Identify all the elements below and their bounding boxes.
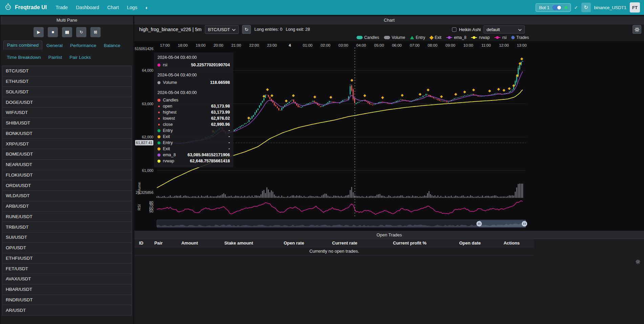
datazoom-handle-right[interactable]	[522, 221, 527, 227]
volume-legend-marker-icon	[384, 36, 390, 39]
pair-list-item[interactable]: BTC/USDT	[2, 66, 132, 76]
pair-list-item[interactable]: WLD/USDT	[2, 190, 132, 201]
volume-axis-title: Volume	[137, 182, 141, 195]
sidebar-tabs-row2: Time BreakdownPairlistPair Locks	[1, 53, 133, 62]
pair-list-item[interactable]: DOGE/USDT	[2, 97, 132, 108]
nav-item-chart[interactable]: Chart	[107, 5, 119, 10]
pair-list-item[interactable]: FLOKI/USDT	[2, 170, 132, 181]
pair-list-item[interactable]: SOL/USDT	[2, 87, 132, 97]
time-axis-label: 06:00	[392, 43, 402, 47]
tooltip-row: open63,173.98	[157, 103, 230, 109]
chart-panel-header[interactable]: Chart	[134, 16, 644, 24]
trades-col-current-profit-: Current profit %	[369, 240, 451, 246]
pair-list-item[interactable]: SHIB/USDT	[2, 118, 132, 129]
time-axis-label: 12:00	[499, 43, 509, 47]
bot-selector[interactable]: Bot 1	[536, 3, 571, 12]
long-exit-label: Long exit: 28	[286, 27, 310, 32]
pair-select[interactable]: BTC/USDT	[205, 25, 239, 34]
pair-list-item[interactable]: FET/USDT	[2, 263, 132, 274]
nav-item-logs[interactable]: Logs	[127, 5, 137, 10]
multi-pane-header[interactable]: Multi Pane	[1, 16, 133, 24]
pair-list-item[interactable]: AVAX/USDT	[2, 274, 132, 284]
legend-item-ema_8[interactable]: ema_8	[446, 35, 467, 40]
refresh-button[interactable]: ↻	[76, 27, 86, 37]
theme-toggle-icon[interactable]: ◐	[145, 5, 148, 10]
legend-item-volume[interactable]: Volume	[384, 35, 405, 40]
heikin-ashi-checkbox[interactable]	[452, 27, 456, 32]
legend-item-rvwap[interactable]: rvwap	[471, 35, 490, 40]
tooltip-group: 2024-05-04 03:40:00Candlesopen63,173.98h…	[157, 90, 230, 164]
nav-item-trade[interactable]: Trade	[56, 5, 68, 10]
trades-col-id: ID	[134, 240, 148, 246]
bot-toggle[interactable]	[552, 5, 562, 10]
play-button[interactable]: ▶	[34, 27, 44, 37]
trades-col-open-rate: Open rate	[267, 240, 321, 246]
open-series-dot-icon	[158, 106, 160, 107]
entry-legend-marker-icon	[410, 36, 414, 39]
rsi-legend-marker-icon	[494, 36, 500, 39]
open-trades-header[interactable]: Open Trades	[134, 231, 644, 239]
legend-item-candles[interactable]: Candles	[357, 35, 379, 40]
tab-pair-locks[interactable]: Pair Locks	[66, 53, 94, 62]
rvwap-legend-marker-icon	[471, 36, 477, 39]
tab-time-breakdown[interactable]: Time Breakdown	[3, 53, 44, 62]
pair-list-item[interactable]: ORDI/USDT	[2, 180, 132, 191]
tab-pairlist[interactable]: Pairlist	[45, 53, 66, 62]
tab-performance[interactable]: Performance	[67, 41, 100, 50]
pair-list-item[interactable]: ETHFI/USDT	[2, 253, 132, 264]
bot-online-indicator	[564, 6, 567, 9]
pair-list-item[interactable]: TRB/USDT	[2, 222, 132, 232]
tooltip-timestamp: 2024-05-04 03:40:00	[157, 73, 230, 77]
legend-item-exit[interactable]: Exit	[430, 35, 442, 40]
pair-list-item[interactable]: RNDR/USDT	[2, 295, 132, 305]
chart-canvas[interactable]: 17:0018:0019:0020:0021:0022:0023:00401:0…	[134, 41, 644, 230]
pair-list-item[interactable]: XRP/USDT	[2, 138, 132, 149]
tooltip-row: Entry-	[157, 140, 230, 146]
plot-settings-gear-icon[interactable]	[632, 25, 641, 34]
entry-series-dot-icon	[157, 141, 160, 144]
pair-list-item[interactable]: BONK/USDT	[2, 128, 132, 139]
stop-button[interactable]: ■	[48, 27, 58, 37]
pair-list-item[interactable]: ETH/USDT	[2, 76, 132, 87]
nav-item-dashboard[interactable]: Dashboard	[76, 5, 99, 10]
pair-list-item[interactable]: SUI/USDT	[2, 232, 132, 243]
pair-list-item[interactable]: WIF/USDT	[2, 107, 132, 118]
y-axis-label: 63,000	[134, 102, 153, 106]
tooltip-row: rvwap62,648.75785661418	[157, 158, 230, 164]
tab-pairs-combined[interactable]: Pairs combined	[3, 41, 42, 50]
pair-list-item[interactable]: AR/USDT	[2, 305, 132, 316]
chart-panel: Chart high_frog_binance_v226 | 5m BTC/US…	[134, 16, 644, 230]
time-axis-label: 19:00	[196, 43, 206, 47]
highest-series-dot-icon	[158, 112, 160, 113]
plot-config-select[interactable]: default	[484, 25, 525, 33]
time-axis-label: 17:00	[160, 43, 170, 47]
legend-item-trades[interactable]: Trades	[511, 35, 529, 40]
layout-settings-gear-icon[interactable]	[636, 259, 640, 265]
time-axis-label: 22:00	[249, 43, 259, 47]
time-axis-label: 01:00	[303, 43, 313, 47]
legend-item-entry[interactable]: Entry	[410, 35, 425, 40]
brand[interactable]: Freqtrade UI	[4, 3, 47, 12]
tab-general[interactable]: General	[43, 41, 66, 50]
pair-list-item[interactable]: HBAR/USDT	[2, 284, 132, 295]
pair-list-item[interactable]: BOME/USDT	[2, 149, 132, 160]
app-title: Freqtrade UI	[15, 4, 47, 10]
tooltip-timestamp: 2024-05-04 03:40:00	[157, 55, 230, 60]
datazoom-handle-left[interactable]	[476, 221, 482, 227]
rsi-series-dot-icon	[157, 64, 160, 67]
user-avatar[interactable]: FT	[630, 2, 640, 13]
pair-list-item[interactable]: RUNE/USDT	[2, 211, 132, 222]
legend-label: rvwap	[479, 35, 490, 40]
chart-refresh-button[interactable]: ↻	[242, 25, 251, 34]
clear-chart-button[interactable]: ⊠	[90, 27, 101, 37]
pair-list-item[interactable]: OP/USDT	[2, 242, 132, 253]
pair-list-item[interactable]: NEAR/USDT	[2, 159, 132, 170]
pause-button[interactable]: ▮▮	[62, 27, 72, 37]
datazoom-slider[interactable]	[157, 220, 527, 228]
legend-item-rsi[interactable]: rsi	[494, 35, 507, 40]
pair-list-item[interactable]: ARB/USDT	[2, 201, 132, 212]
global-refresh-button[interactable]: ↻	[581, 3, 591, 12]
tab-balance[interactable]: Balance	[100, 41, 124, 50]
time-axis-label: 20:00	[214, 43, 223, 47]
chart-tooltip: 2024-05-04 03:40:00rsi50.225770201907042…	[154, 52, 233, 167]
